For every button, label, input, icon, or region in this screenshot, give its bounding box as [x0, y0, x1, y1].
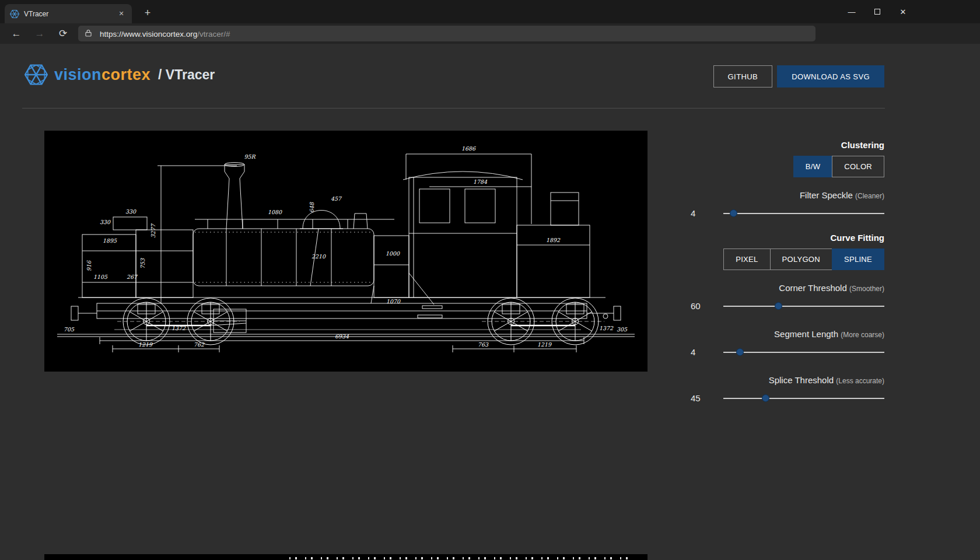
svg-text:95R: 95R: [244, 153, 256, 160]
close-button[interactable]: ✕: [890, 0, 916, 23]
svg-text:3277: 3277: [150, 223, 156, 238]
site-header: visioncortex / VTracer: [24, 63, 215, 86]
segment-length-track[interactable]: [723, 352, 884, 353]
tab-close-icon[interactable]: ✕: [116, 9, 127, 19]
url-host: https://www.visioncortex.org: [100, 30, 197, 38]
svg-text:705: 705: [64, 326, 75, 332]
page-title: / VTracer: [158, 67, 215, 83]
corner-threshold-hint: (Smoother): [849, 285, 884, 293]
header-divider: [22, 108, 885, 108]
svg-text:305: 305: [617, 326, 628, 332]
clustering-bw-button[interactable]: B/W: [793, 156, 832, 177]
svg-text:1895: 1895: [103, 237, 117, 244]
corner-threshold-slider: 60: [688, 296, 884, 316]
corner-threshold-label: Corner Threshold (Smoother): [688, 283, 884, 293]
vtracer-favicon-icon: [10, 9, 19, 19]
github-button[interactable]: GITHUB: [713, 65, 773, 88]
segment-length-slider: 4: [688, 342, 884, 362]
segment-length-value: 4: [691, 347, 695, 357]
svg-output-preview-marks: [289, 557, 634, 559]
svg-text:1219: 1219: [537, 341, 552, 348]
splice-threshold-thumb[interactable]: [762, 394, 769, 402]
corner-threshold-track[interactable]: [723, 306, 884, 307]
browser-tab[interactable]: VTracer ✕: [5, 4, 132, 23]
svg-text:1219: 1219: [138, 341, 153, 348]
svg-output-preview-partial: [44, 554, 648, 560]
splice-threshold-hint: (Less accurate): [836, 377, 884, 385]
svg-text:1000: 1000: [386, 250, 400, 257]
svg-text:1372: 1372: [599, 325, 614, 331]
segment-length-hint: (More coarse): [841, 331, 884, 339]
locomotive-blueprint-image: 95R3277108064845716861784330330189591675…: [44, 131, 648, 372]
curve-fitting-title: Curve Fitting: [688, 233, 884, 243]
svg-text:753: 753: [139, 258, 146, 269]
segment-length-label-text: Segment Length: [774, 329, 838, 339]
settings-panel: Clustering B/W COLOR Filter Speckle (Cle…: [688, 140, 884, 408]
svg-text:1070: 1070: [386, 298, 401, 304]
clustering-mode-group: B/W COLOR: [688, 156, 884, 177]
svg-text:330: 330: [100, 219, 111, 225]
corner-threshold-value: 60: [691, 301, 701, 311]
curve-pixel-button[interactable]: PIXEL: [723, 249, 770, 270]
corner-threshold-thumb[interactable]: [775, 302, 782, 310]
filter-speckle-label-text: Filter Speckle: [800, 190, 853, 200]
filter-speckle-value: 4: [691, 208, 695, 218]
wordmark[interactable]: visioncortex: [54, 66, 150, 84]
download-svg-button[interactable]: DOWNLOAD AS SVG: [777, 65, 884, 88]
refresh-button[interactable]: ⟳: [51, 27, 75, 40]
svg-text:457: 457: [331, 195, 342, 202]
segment-length-label: Segment Length (More coarse): [688, 329, 884, 339]
splice-threshold-label: Splice Threshold (Less accurate): [688, 375, 884, 385]
splice-threshold-label-text: Splice Threshold: [769, 375, 834, 385]
segment-length-thumb[interactable]: [736, 348, 744, 356]
maximize-button[interactable]: [864, 0, 890, 23]
source-image-canvas[interactable]: 95R3277108064845716861784330330189591675…: [44, 131, 648, 372]
svg-text:648: 648: [309, 202, 315, 213]
svg-text:330: 330: [125, 208, 136, 215]
curve-polygon-button[interactable]: POLYGON: [770, 249, 832, 270]
lock-icon: [85, 29, 94, 38]
svg-text:1105: 1105: [93, 274, 108, 280]
new-tab-button[interactable]: +: [140, 5, 155, 20]
svg-text:916: 916: [86, 260, 92, 271]
svg-text:1080: 1080: [268, 209, 282, 215]
wordmark-cortex: cortex: [102, 66, 150, 83]
svg-text:1686: 1686: [461, 145, 476, 152]
wordmark-vision: vision: [54, 66, 102, 83]
svg-text:2210: 2210: [312, 253, 326, 260]
svg-text:1372: 1372: [172, 325, 186, 331]
svg-text:763: 763: [478, 341, 489, 348]
maximize-icon: [874, 9, 880, 15]
filter-speckle-hint: (Cleaner): [855, 192, 884, 200]
header-buttons: GITHUB DOWNLOAD AS SVG: [713, 65, 884, 88]
filter-speckle-thumb[interactable]: [730, 209, 737, 217]
browser-tab-strip: VTracer ✕ + — ✕: [0, 0, 980, 23]
svg-text:6934: 6934: [335, 333, 349, 340]
tab-title: VTracer: [24, 10, 111, 18]
url-bar[interactable]: https://www.visioncortex.org/vtracer/#: [78, 26, 816, 41]
svg-text:762: 762: [194, 341, 205, 348]
vtracer-page: visioncortex / VTracer GITHUB DOWNLOAD A…: [0, 44, 980, 560]
clustering-color-button[interactable]: COLOR: [832, 156, 884, 177]
window-controls: — ✕: [839, 0, 916, 23]
svg-text:1784: 1784: [473, 178, 488, 185]
clustering-title: Clustering: [688, 140, 884, 150]
visioncortex-logo-icon[interactable]: [24, 63, 48, 86]
url-path: /vtracer/#: [197, 30, 230, 38]
corner-threshold-label-text: Corner Threshold: [779, 283, 846, 293]
splice-threshold-track[interactable]: [723, 398, 884, 399]
minimize-button[interactable]: —: [839, 0, 864, 23]
browser-navbar: ← → ⟳ https://www.visioncortex.org/vtrac…: [0, 23, 980, 44]
curve-spline-button[interactable]: SPLINE: [832, 249, 884, 270]
forward-button: →: [28, 28, 51, 40]
filter-speckle-slider: 4: [688, 204, 884, 223]
splice-threshold-slider: 45: [688, 388, 884, 408]
splice-threshold-value: 45: [691, 393, 701, 403]
svg-text:1892: 1892: [546, 237, 561, 243]
back-button[interactable]: ←: [5, 28, 28, 40]
svg-text:267: 267: [127, 274, 138, 280]
filter-speckle-label: Filter Speckle (Cleaner): [688, 190, 884, 200]
curve-fitting-mode-group: PIXEL POLYGON SPLINE: [688, 249, 884, 270]
filter-speckle-track[interactable]: [723, 213, 884, 214]
